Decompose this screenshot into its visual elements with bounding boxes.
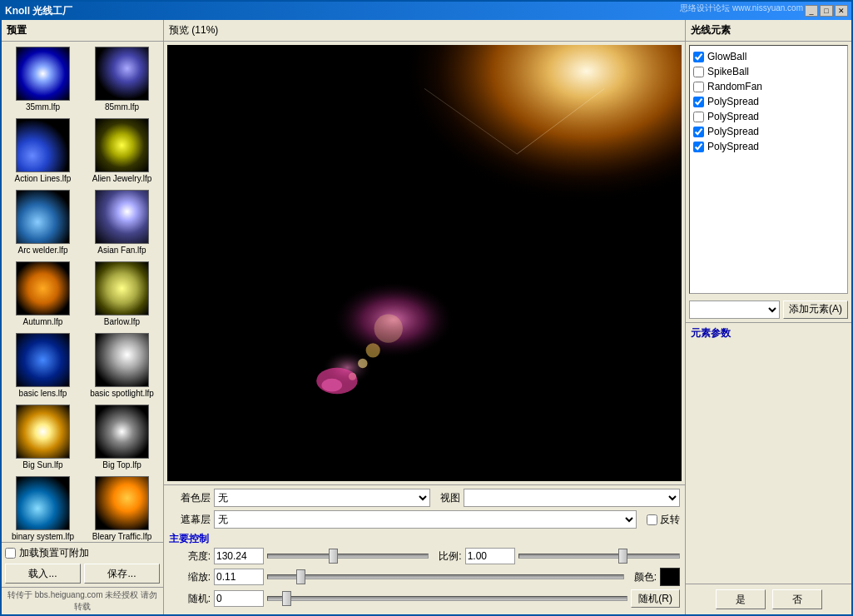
- preset-item[interactable]: Big Top.lfp: [84, 403, 160, 471]
- right-panel: 光线元素 GlowBallSpikeBallRandomFanPolySprea…: [685, 20, 851, 614]
- element-checkbox[interactable]: [693, 97, 704, 107]
- zoom-row: 缩放: 0.11 颜色:: [169, 568, 680, 586]
- random-button[interactable]: 随机(R): [631, 589, 680, 608]
- preset-label: basic lens.lfp: [19, 389, 67, 398]
- preview-area: [167, 45, 682, 481]
- preset-label: Arc welder.lfp: [17, 246, 67, 255]
- zoom-slider[interactable]: [267, 569, 624, 585]
- save-button[interactable]: 保存...: [84, 564, 160, 584]
- preset-label: Barlow.lfp: [104, 317, 140, 326]
- element-label: PolySpread: [707, 141, 759, 152]
- ok-button[interactable]: 是: [716, 589, 766, 609]
- element-checkbox[interactable]: [693, 142, 704, 152]
- element-checkbox[interactable]: [693, 67, 704, 77]
- main-controls-title: 主要控制: [169, 532, 680, 546]
- preset-item[interactable]: Alien Jewelry.lfp: [84, 117, 160, 185]
- preset-label: Asian Fan.lfp: [97, 246, 146, 255]
- elements-list: GlowBallSpikeBallRandomFanPolySpreadPoly…: [689, 45, 848, 294]
- element-label: SpikeBall: [707, 66, 749, 77]
- element-item: PolySpread: [693, 94, 844, 109]
- reverse-check: 反转: [647, 513, 680, 527]
- load-checkbox-row: 加载预置可附加: [5, 546, 160, 560]
- window-controls: _ □ ✕: [805, 5, 848, 17]
- preset-label: binary system.lfp: [12, 532, 74, 541]
- preset-thumb: [95, 118, 149, 172]
- zoom-input[interactable]: 0.11: [214, 569, 264, 585]
- preset-label: Bleary Traffic.lfp: [92, 532, 152, 541]
- svg-point-5: [366, 343, 380, 357]
- matte-row: 遮幕层 无 反转: [169, 510, 680, 529]
- brightness-label: 亮度:: [169, 549, 211, 564]
- preset-item[interactable]: Bleary Traffic.lfp: [84, 474, 160, 542]
- reverse-checkbox[interactable]: [647, 514, 657, 525]
- minimize-button[interactable]: _: [805, 5, 818, 17]
- zoom-label: 缩放:: [169, 570, 211, 584]
- preset-label: 35mm.lfp: [26, 102, 60, 112]
- layer-label: 着色层: [169, 491, 211, 505]
- preset-label: Action Lines.lfp: [15, 174, 72, 183]
- preset-item[interactable]: binary system.lfp: [5, 474, 81, 542]
- brightness-input[interactable]: 130.24: [214, 548, 264, 564]
- random-label: 随机:: [169, 592, 211, 606]
- preset-thumb: [95, 405, 149, 459]
- preset-label: Big Sun.lfp: [22, 460, 62, 469]
- preset-item[interactable]: 35mm.lfp: [5, 45, 81, 113]
- random-slider[interactable]: [267, 590, 627, 607]
- preset-list: 35mm.lfp85mm.lfpAction Lines.lfpAlien Je…: [2, 42, 163, 542]
- preset-item[interactable]: Autumn.lfp: [5, 260, 81, 328]
- element-label: GlowBall: [707, 51, 746, 62]
- element-item: PolySpread: [693, 139, 844, 154]
- element-item: PolySpread: [693, 109, 844, 124]
- preset-label: Big Top.lfp: [102, 460, 141, 469]
- add-element-button[interactable]: 添加元素(A): [783, 301, 848, 319]
- load-button[interactable]: 载入...: [5, 564, 81, 584]
- load-checkbox-label: 加载预置可附加: [19, 546, 89, 560]
- scale-slider[interactable]: [518, 548, 680, 564]
- element-checkbox[interactable]: [693, 82, 704, 92]
- preset-item[interactable]: Arc welder.lfp: [5, 188, 81, 256]
- add-element-select[interactable]: [689, 301, 780, 319]
- random-input[interactable]: 0: [214, 590, 264, 607]
- element-checkbox[interactable]: [693, 52, 704, 62]
- color-picker[interactable]: [660, 568, 680, 586]
- element-item: PolySpread: [693, 124, 844, 139]
- scale-input[interactable]: 1.00: [465, 548, 515, 564]
- matte-label: 遮幕层: [169, 513, 211, 527]
- lens-flare-svg: [167, 45, 682, 481]
- title-bar: Knoll 光线工厂 思络设计论坛 www.nissyuan.com _ □ ✕: [2, 2, 851, 20]
- preset-item[interactable]: basic spotlight.lfp: [84, 331, 160, 400]
- preset-label: Autumn.lfp: [23, 317, 63, 326]
- preview-title: 预览 (11%): [164, 20, 685, 42]
- element-checkbox[interactable]: [693, 112, 704, 122]
- preset-thumb: [16, 405, 70, 459]
- close-button[interactable]: ✕: [835, 5, 848, 17]
- controls-area: 着色层 无 视图 遮幕层 无: [164, 484, 685, 614]
- preset-thumb: [95, 261, 149, 315]
- element-checkbox[interactable]: [693, 127, 704, 137]
- cancel-button[interactable]: 否: [772, 589, 822, 609]
- preset-item[interactable]: 85mm.lfp: [84, 45, 160, 113]
- add-element-row: 添加元素(A): [686, 297, 851, 322]
- load-save-row: 载入... 保存...: [5, 564, 160, 584]
- brightness-slider[interactable]: [267, 548, 429, 564]
- preset-thumb: [16, 261, 70, 315]
- preset-label: 85mm.lfp: [105, 102, 139, 112]
- matte-select[interactable]: 无: [214, 510, 637, 529]
- preset-item[interactable]: Action Lines.lfp: [5, 117, 81, 185]
- preset-item[interactable]: Barlow.lfp: [84, 260, 160, 328]
- window-title: Knoll 光线工厂: [5, 4, 72, 18]
- view-select[interactable]: [464, 489, 680, 507]
- params-area: [686, 344, 851, 584]
- presets-title: 预置: [2, 20, 163, 42]
- brightness-row: 亮度: 130.24 比例: 1.00: [169, 548, 680, 564]
- element-label: RandomFan: [707, 81, 762, 92]
- layer-select[interactable]: 无: [214, 489, 430, 507]
- load-preset-checkbox[interactable]: [5, 548, 16, 559]
- preset-item[interactable]: basic lens.lfp: [5, 331, 81, 400]
- preset-item[interactable]: Asian Fan.lfp: [84, 188, 160, 256]
- element-item: SpikeBall: [693, 64, 844, 79]
- preset-item[interactable]: Big Sun.lfp: [5, 403, 81, 471]
- preset-thumb: [95, 333, 149, 387]
- footer-text: 转传于 bbs.heiguang.com 未经授权 请勿转载: [2, 587, 163, 614]
- maximize-button[interactable]: □: [820, 5, 833, 17]
